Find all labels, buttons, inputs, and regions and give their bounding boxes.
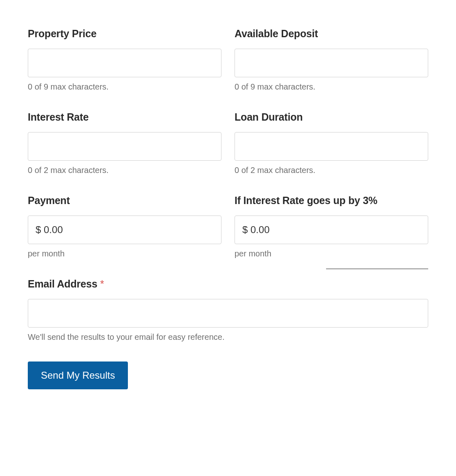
output-payment <box>28 216 221 244</box>
input-property-price[interactable] <box>28 49 221 77</box>
row-email: Email Address * We'll send the results t… <box>28 278 428 342</box>
help-email: We'll send the results to your email for… <box>28 332 428 342</box>
output-payment-if-up <box>235 216 428 244</box>
required-asterisk: * <box>100 278 104 290</box>
input-loan-duration[interactable] <box>235 132 428 161</box>
group-email: Email Address * We'll send the results t… <box>28 278 428 342</box>
group-loan-duration: Loan Duration 0 of 2 max characters. <box>235 111 428 175</box>
input-interest-rate[interactable] <box>28 132 221 161</box>
label-interest-rate: Interest Rate <box>28 111 221 123</box>
label-payment: Payment <box>28 195 221 207</box>
submit-button[interactable]: Send My Results <box>28 361 128 389</box>
help-property-price: 0 of 9 max characters. <box>28 82 221 92</box>
label-property-price: Property Price <box>28 28 221 40</box>
help-payment: per month <box>28 249 221 258</box>
help-payment-if-up: per month <box>235 249 428 258</box>
group-property-price: Property Price 0 of 9 max characters. <box>28 28 221 92</box>
label-payment-if-up: If Interest Rate goes up by 3% <box>235 195 428 207</box>
row-submit: Send My Results <box>28 361 428 389</box>
help-interest-rate: 0 of 2 max characters. <box>28 166 221 175</box>
help-loan-duration: 0 of 2 max characters. <box>235 166 428 175</box>
input-available-deposit[interactable] <box>235 49 428 77</box>
row-price-deposit: Property Price 0 of 9 max characters. Av… <box>28 28 428 92</box>
row-payment-outputs: Payment per month If Interest Rate goes … <box>28 195 428 258</box>
group-interest-rate: Interest Rate 0 of 2 max characters. <box>28 111 221 175</box>
group-payment-if-up: If Interest Rate goes up by 3% per month <box>235 195 428 258</box>
help-available-deposit: 0 of 9 max characters. <box>235 82 428 92</box>
loan-calculator-form: Property Price 0 of 9 max characters. Av… <box>28 28 428 389</box>
label-email: Email Address * <box>28 278 428 290</box>
group-available-deposit: Available Deposit 0 of 9 max characters. <box>235 28 428 92</box>
label-email-text: Email Address <box>28 278 100 290</box>
label-available-deposit: Available Deposit <box>235 28 428 40</box>
input-email[interactable] <box>28 299 428 328</box>
label-loan-duration: Loan Duration <box>235 111 428 123</box>
group-payment: Payment per month <box>28 195 221 258</box>
row-rate-duration: Interest Rate 0 of 2 max characters. Loa… <box>28 111 428 175</box>
